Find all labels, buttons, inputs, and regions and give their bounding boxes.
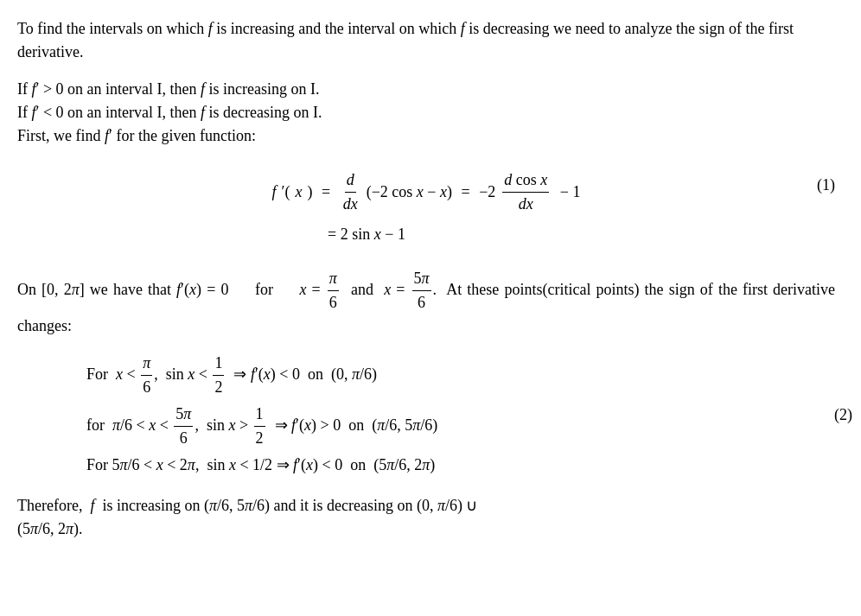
- equation-2-label: (2): [834, 403, 852, 426]
- equation-1-block: f′(x) = d dx (−2 cos x − x) = −2 d cos x…: [17, 165, 835, 250]
- eq1-line1: f′(x) = d dx (−2 cos x − x) = −2 d cos x…: [272, 168, 581, 216]
- eq1-line2: = 2 sin x − 1: [324, 223, 405, 246]
- rule-1: If f′ > 0 on an interval I, then f is in…: [17, 78, 835, 101]
- equation-1-label: (1): [817, 174, 835, 197]
- main-content: To find the intervals on which f is incr…: [17, 17, 835, 541]
- intro-text: To find the intervals on which f is incr…: [17, 20, 794, 60]
- case-2: for π/6 < x < 5π 6 , sin x > 1 2 ⇒ f′(x)…: [86, 403, 835, 450]
- intro-paragraph: To find the intervals on which f is incr…: [17, 17, 835, 64]
- interval-statement: On [0, 2π] we have that f′(x) = 0 for x …: [17, 267, 835, 338]
- cases-block: For x < π 6 , sin x < 1 2 ⇒ f′(x) < 0 on…: [86, 352, 835, 477]
- rule-3: First, we find f′ for the given function…: [17, 124, 835, 148]
- rules-block: If f′ > 0 on an interval I, then f is in…: [17, 78, 835, 148]
- case-3: For 5π/6 < x < 2π, sin x < 1/2 ⇒ f′(x) <…: [86, 454, 835, 477]
- conclusion-line-1: Therefore, f is increasing on (π/6, 5π/6…: [17, 494, 835, 518]
- conclusion-line-2: (5π/6, 2π).: [17, 518, 835, 541]
- case-1: For x < π 6 , sin x < 1 2 ⇒ f′(x) < 0 on…: [86, 352, 835, 399]
- rule-2: If f′ < 0 on an interval I, then f is de…: [17, 101, 835, 124]
- conclusion-block: Therefore, f is increasing on (π/6, 5π/6…: [17, 494, 835, 541]
